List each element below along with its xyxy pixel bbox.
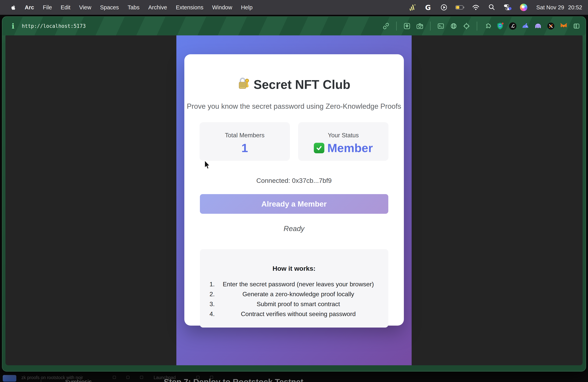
how-it-works-title: How it works: — [200, 249, 388, 272]
shield-extension-icon[interactable] — [496, 22, 504, 30]
background-blue-tab — [3, 375, 16, 382]
screenshot-camera-icon[interactable] — [416, 22, 424, 30]
list-marker: 2. — [210, 289, 215, 299]
globe-icon[interactable] — [450, 22, 458, 30]
status-text: Ready — [184, 225, 404, 233]
webpage-background: Secret NFT Club Prove you know the secre… — [176, 35, 412, 365]
your-status-card: Your Status Member — [298, 122, 388, 161]
background-toolbar-icon — [113, 376, 116, 379]
total-members-value: 1 — [200, 141, 290, 155]
browser-content: Secret NFT Club Prove you know the secre… — [5, 35, 583, 365]
desktop: Arc File Edit View Spaces Tabs Archive E… — [0, 0, 588, 382]
list-marker: 3. — [210, 299, 215, 309]
menu-help[interactable]: Help — [241, 4, 252, 11]
siri-icon[interactable] — [519, 3, 528, 12]
terminal-icon[interactable] — [437, 22, 445, 30]
page-title: Secret NFT Club — [184, 54, 404, 93]
menu-archive[interactable]: Archive — [148, 4, 167, 11]
browser-toolbar: i http://localhost:5173 — [2, 17, 586, 35]
toolbar-separator — [430, 21, 431, 31]
menu-view[interactable]: View — [79, 4, 91, 11]
mouse-cursor — [203, 160, 211, 170]
extensions-puzzle-icon[interactable] — [483, 22, 492, 30]
background-window: zk proofs on rootstock with noir Launchp… — [0, 372, 588, 382]
connected-address: Connected: 0x37cb...7bf9 — [184, 177, 404, 184]
step-text: Generate a zero-knowledge proof locally — [242, 291, 354, 297]
metamask-icon[interactable] — [560, 22, 568, 30]
step-text: Submit proof to smart contract — [257, 300, 340, 308]
grammarly-icon[interactable]: G — [423, 3, 432, 12]
crosshair-icon[interactable] — [462, 22, 471, 30]
menubar-clock[interactable]: Sat Nov 29 20:52 — [536, 4, 582, 11]
list-marker: 1. — [210, 279, 215, 289]
menu-bar-left: Arc File Edit View Spaces Tabs Archive E… — [10, 4, 252, 11]
site-info-icon[interactable]: i — [12, 22, 14, 30]
how-it-works-box: How it works: 1. Enter the secret passwo… — [200, 249, 388, 328]
stats-row: Total Members 1 Your Status — [184, 122, 404, 161]
background-sidebar-label: Symbiosis — [65, 379, 92, 382]
background-doc-heading: Step 7: Deploy to Rootstock Testnet — [164, 377, 303, 382]
wifi-icon[interactable] — [471, 3, 480, 12]
control-center-icon[interactable] — [503, 3, 512, 12]
your-status-label: Your Status — [298, 132, 388, 139]
split-view-icon[interactable] — [572, 22, 581, 30]
list-item: 4. Contract verifies without seeing pass… — [209, 309, 388, 319]
play-icon[interactable] — [440, 3, 448, 12]
address-area: i http://localhost:5173 — [12, 22, 86, 30]
toolbar-separator — [477, 21, 477, 31]
menu-edit[interactable]: Edit — [61, 4, 70, 11]
browser-window: i http://localhost:5173 — [2, 16, 586, 371]
nft-club-card: Secret NFT Club Prove you know the secre… — [184, 54, 404, 326]
chart-icon[interactable] — [408, 3, 417, 12]
page-title-text: Secret NFT Club — [253, 77, 350, 92]
page-subtitle: Prove you know the secret password using… — [184, 102, 404, 110]
phantom-wallet-icon[interactable] — [534, 22, 542, 30]
list-item: 2. Generate a zero-knowledge proof local… — [209, 289, 388, 299]
toolbar-actions: ℒ — [382, 21, 581, 31]
script-extension-icon[interactable]: ℒ — [509, 22, 516, 30]
menu-tabs[interactable]: Tabs — [127, 4, 139, 11]
apple-menu[interactable] — [10, 4, 16, 11]
search-icon[interactable] — [487, 3, 496, 12]
menu-bar-status: G — [408, 3, 582, 12]
menu-bar: Arc File Edit View Spaces Tabs Archive E… — [0, 0, 588, 15]
menu-file[interactable]: File — [43, 4, 52, 11]
background-toolbar-icon — [126, 376, 129, 379]
background-divider — [41, 379, 41, 382]
lock-with-key-emoji-icon — [238, 76, 250, 93]
menubar-time: 20:52 — [568, 4, 582, 11]
menubar-date: Sat Nov 29 — [536, 4, 564, 11]
menu-extensions[interactable]: Extensions — [176, 4, 203, 11]
list-item: 3. Submit proof to smart contract — [209, 299, 388, 309]
total-members-label: Total Members — [200, 132, 290, 139]
step-text: Contract verifies without seeing passwor… — [241, 310, 356, 318]
how-it-works-list: 1. Enter the secret password (never leav… — [200, 279, 388, 319]
url-bar[interactable]: http://localhost:5173 — [22, 23, 86, 29]
menu-arc[interactable]: Arc — [25, 4, 34, 11]
battery-icon[interactable] — [455, 3, 464, 12]
x-wallet-icon[interactable] — [547, 22, 555, 30]
total-members-card: Total Members 1 — [200, 122, 290, 161]
photo-icon[interactable] — [403, 22, 411, 30]
your-status-value: Member — [298, 141, 388, 155]
list-item: 1. Enter the secret password (never leav… — [209, 279, 388, 289]
copy-link-icon[interactable] — [382, 22, 390, 30]
rabby-wallet-icon[interactable] — [521, 22, 529, 30]
menu-window[interactable]: Window — [212, 4, 232, 11]
toolbar-separator — [396, 21, 397, 31]
already-member-button[interactable]: Already a Member — [200, 194, 388, 214]
step-text: Enter the secret password (never leaves … — [223, 281, 374, 288]
menu-spaces[interactable]: Spaces — [100, 4, 119, 11]
member-status-text: Member — [327, 141, 373, 155]
apple-logo-icon — [10, 4, 16, 11]
background-toolbar-icon — [140, 376, 143, 379]
check-mark-emoji-icon — [314, 143, 324, 153]
list-marker: 4. — [210, 309, 215, 319]
